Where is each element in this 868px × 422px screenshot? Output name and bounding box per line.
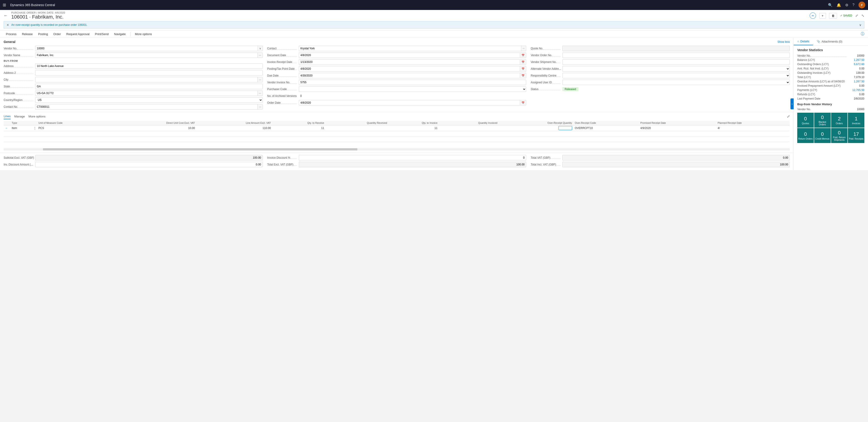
row-type[interactable]: Item <box>10 125 33 131</box>
menu-navigate[interactable]: Navigate <box>112 31 128 37</box>
add-button[interactable]: + <box>819 13 826 19</box>
contact-no-menu[interactable]: ··· <box>258 104 263 110</box>
tile-invoices[interactable]: 1 Invoices <box>848 113 864 128</box>
menu-release[interactable]: Release <box>20 31 35 37</box>
row-menu-icon[interactable]: ⋮ <box>33 125 37 131</box>
tile-credit-memos[interactable]: 0 Credit Memos <box>814 128 831 143</box>
address2-input[interactable] <box>35 70 263 76</box>
stat-prepayment-value: 0.00 <box>848 84 864 87</box>
show-less-button[interactable]: Show less <box>777 40 790 44</box>
posting-tax-calendar[interactable]: 📅 <box>520 66 526 72</box>
doc-date-input[interactable] <box>299 53 520 58</box>
city-menu[interactable]: ··· <box>258 77 263 82</box>
col-type[interactable]: Type <box>10 121 33 125</box>
postcode-input[interactable] <box>35 90 258 96</box>
invoice-discount-pct-input[interactable] <box>299 155 526 161</box>
delete-button[interactable]: 🗑 <box>829 13 837 19</box>
minimize-icon[interactable]: ⤡ <box>862 13 864 18</box>
col-over-receipt-qty[interactable]: Over-Receipt Quantity <box>499 121 573 125</box>
vendor-name-input[interactable] <box>35 53 258 58</box>
settings-icon[interactable]: ⚙ <box>845 3 848 7</box>
tile-return-orders[interactable]: 0 Return Orders <box>797 128 814 143</box>
bell-icon[interactable]: 🔔 <box>837 3 841 7</box>
user-avatar[interactable]: F <box>859 2 865 8</box>
edit-button[interactable]: ✏ <box>810 12 816 19</box>
postcode-menu[interactable]: ··· <box>258 90 263 96</box>
invoice-receipt-input[interactable] <box>299 59 520 65</box>
row-uom[interactable]: PCS <box>37 125 111 131</box>
doc-date-calendar[interactable]: 📅 <box>520 53 526 58</box>
action-info[interactable]: ⓘ <box>861 32 864 36</box>
alert-close-button[interactable]: ✕ <box>6 23 9 27</box>
invoice-receipt-calendar[interactable]: 📅 <box>520 59 526 65</box>
order-date-calendar[interactable]: 📅 <box>520 100 526 106</box>
lines-expand-icon[interactable]: ⤢ <box>787 114 790 118</box>
country-select[interactable]: US <box>35 97 263 103</box>
assigned-user-select[interactable] <box>562 80 790 85</box>
tile-orders-value: 2 <box>838 116 841 122</box>
posting-tax-input[interactable] <box>299 66 520 72</box>
fullscreen-icon[interactable]: ⤢ <box>855 13 858 18</box>
vendor-order-input[interactable] <box>562 53 790 58</box>
tab-lines[interactable]: Lines <box>4 114 11 119</box>
responsibility-select[interactable] <box>562 73 790 78</box>
col-qty-invoiced[interactable]: Quantity Invoiced <box>439 121 499 125</box>
col-promised-date[interactable]: Promised Receipt Date <box>639 121 716 125</box>
purchaser-code-select[interactable] <box>299 86 526 92</box>
city-input[interactable] <box>35 77 258 82</box>
menu-more-options[interactable]: More options <box>133 31 154 37</box>
col-uom[interactable]: Unit of Measure Code <box>37 121 111 125</box>
tab-details[interactable]: ○ Details <box>794 38 813 45</box>
contact-input[interactable] <box>299 46 521 51</box>
menu-posting[interactable]: Posting <box>36 31 50 37</box>
tab-manage[interactable]: Manage <box>14 114 25 119</box>
stat-total: Total (LCY) 7,079.10 <box>797 76 864 79</box>
col-over-receipt-code[interactable]: Over-Receipt Code <box>574 121 639 125</box>
tile-pstd-receipts[interactable]: 17 Pstd. Receipts <box>848 128 864 143</box>
row-over-receipt-qty[interactable] <box>499 125 573 131</box>
archived-versions-row: No. of Archived Versions 0 <box>267 93 526 99</box>
tile-pstd-return[interactable]: 0 Pstd. Return Shipments <box>831 128 848 143</box>
inv-discount-input[interactable] <box>35 162 263 167</box>
menu-request-approval[interactable]: Request Approval <box>64 31 92 37</box>
due-date-input[interactable] <box>299 73 520 78</box>
waffle-icon[interactable]: ⊞ <box>3 2 6 7</box>
tile-orders[interactable]: 2 Orders <box>831 113 848 128</box>
panel-toggle[interactable]: › <box>790 99 794 109</box>
col-qty-invoice[interactable]: Qty. to Invoice <box>389 121 439 125</box>
col-line-amount[interactable]: Line Amount Excl. VAT <box>196 121 272 125</box>
alt-vendor-addr-select[interactable] <box>562 66 790 72</box>
vendor-invoice-input[interactable] <box>299 80 526 85</box>
contact-lookup[interactable]: ··· <box>521 46 526 51</box>
col-unit-cost[interactable]: Direct Unit Cost Excl. VAT <box>111 121 196 125</box>
vendor-no-input[interactable] <box>35 46 258 51</box>
vendor-shipment-input[interactable] <box>562 59 790 65</box>
order-date-input[interactable] <box>299 100 520 106</box>
col-qty-receive[interactable]: Qty. to Receive <box>272 121 326 125</box>
tile-quotes[interactable]: 0 Quotes <box>797 113 814 128</box>
due-date-calendar[interactable]: 📅 <box>520 73 526 78</box>
state-input[interactable] <box>35 84 263 89</box>
address-input[interactable] <box>35 63 263 69</box>
col-planned-date[interactable]: Planned Receipt Date <box>716 121 790 125</box>
vendor-no-lookup[interactable]: ∨ <box>258 46 263 51</box>
menu-print-send[interactable]: Print/Send <box>93 31 111 37</box>
tab-attachments[interactable]: 📎 Attachments (0) <box>813 38 846 45</box>
col-qty-received[interactable]: Quantity Received <box>326 121 388 125</box>
menu-order[interactable]: Order <box>51 31 63 37</box>
menu-process[interactable]: Process <box>4 31 19 37</box>
horizontal-scrollbar[interactable] <box>4 148 790 150</box>
scrollbar-thumb <box>43 148 358 150</box>
page-body: General Show less Vendor No. ∨ Vendor Na… <box>0 38 868 170</box>
info-icon[interactable]: ⓘ <box>861 32 864 36</box>
tab-more-options[interactable]: More options <box>29 114 45 119</box>
search-icon[interactable]: 🔍 <box>828 3 833 7</box>
back-button[interactable]: ← <box>4 13 8 18</box>
tile-blanket-orders[interactable]: 0 Blanket Orders <box>814 113 831 128</box>
quote-no-input[interactable] <box>562 46 790 51</box>
alert-expand-icon[interactable]: ∨ <box>859 23 862 27</box>
contact-no-input[interactable] <box>35 104 258 110</box>
help-icon[interactable]: ? <box>852 3 855 7</box>
vendor-name-menu[interactable]: ··· <box>258 53 263 58</box>
over-receipt-qty-input[interactable] <box>559 126 572 130</box>
